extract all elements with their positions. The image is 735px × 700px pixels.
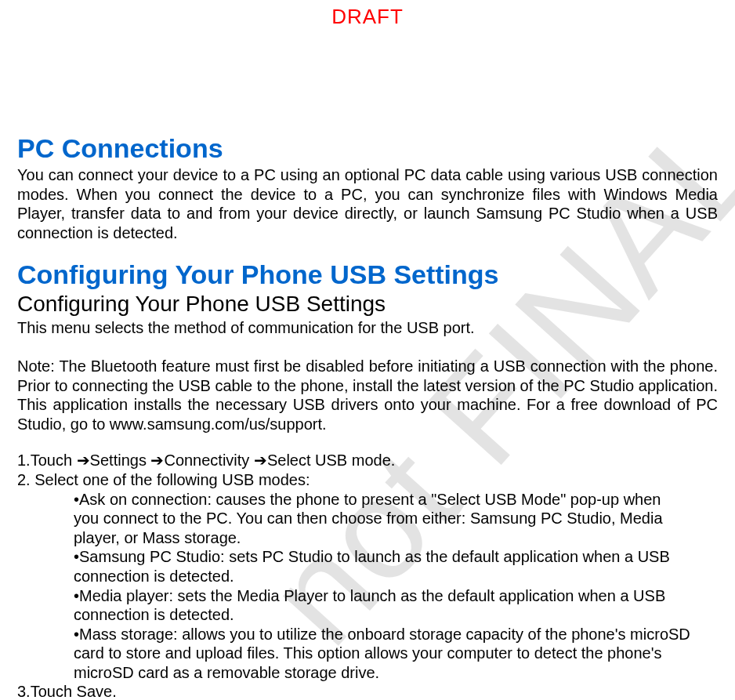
bullet-mass-storage-line3: microSD card as a removable storage driv… (17, 663, 718, 683)
bullet-ask-on-connection-line2: you connect to the PC. You can then choo… (17, 509, 718, 528)
bullet-samsung-pc-studio-line1: •Samsung PC Studio: sets PC Studio to la… (17, 547, 718, 567)
note-paragraph: Note: The Bluetooth feature must first b… (17, 357, 718, 433)
draft-label: DRAFT (0, 0, 735, 33)
bullet-ask-on-connection-line1: •Ask on connection: causes the phone to … (17, 490, 718, 510)
bullet-ask-on-connection-line3: player, or Mass storage. (17, 528, 718, 548)
menu-description: This menu selects the method of communic… (17, 318, 718, 338)
heading-pc-connections: PC Connections (17, 133, 718, 164)
bullet-samsung-pc-studio-line2: connection is detected. (17, 567, 718, 586)
heading-configuring-usb: Configuring Your Phone USB Settings (17, 259, 718, 290)
bullet-mass-storage-line1: •Mass storage: allows you to utilize the… (17, 625, 718, 644)
bullet-mass-storage-line2: card to store and upload files. This opt… (17, 644, 718, 663)
step-3: 3.Touch Save. (17, 682, 718, 700)
step-1: 1.Touch ➔Settings ➔Connectivity ➔Select … (17, 451, 718, 470)
intro-paragraph: You can connect your device to a PC usin… (17, 165, 718, 242)
step-2: 2. Select one of the following USB modes… (17, 470, 718, 490)
subheading-configuring-usb: Configuring Your Phone USB Settings (17, 292, 718, 317)
bullet-media-player-line1: •Media player: sets the Media Player to … (17, 586, 718, 606)
bullet-media-player-line2: connection is detected. (17, 605, 718, 625)
document-content: PC Connections You can connect your devi… (0, 33, 735, 700)
